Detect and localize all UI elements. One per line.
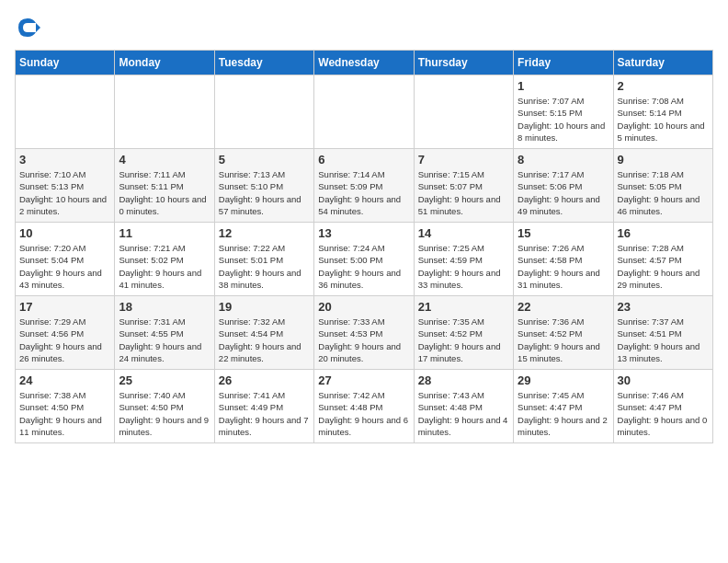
day-info: Sunrise: 7:13 AM Sunset: 5:10 PM Dayligh… bbox=[219, 168, 310, 217]
day-number: 22 bbox=[518, 300, 609, 314]
day-number: 21 bbox=[418, 300, 509, 314]
day-cell: 26Sunrise: 7:41 AM Sunset: 4:49 PM Dayli… bbox=[214, 370, 313, 443]
day-number: 6 bbox=[318, 153, 409, 167]
day-info: Sunrise: 7:35 AM Sunset: 4:52 PM Dayligh… bbox=[418, 316, 509, 364]
day-cell: 18Sunrise: 7:31 AM Sunset: 4:55 PM Dayli… bbox=[115, 296, 214, 370]
day-cell: 8Sunrise: 7:17 AM Sunset: 5:06 PM Daylig… bbox=[514, 149, 613, 223]
day-info: Sunrise: 7:42 AM Sunset: 4:48 PM Dayligh… bbox=[318, 389, 409, 438]
day-info: Sunrise: 7:08 AM Sunset: 5:14 PM Dayligh… bbox=[618, 95, 709, 144]
day-info: Sunrise: 7:36 AM Sunset: 4:52 PM Dayligh… bbox=[518, 316, 609, 364]
day-number: 16 bbox=[618, 226, 709, 240]
day-cell: 10Sunrise: 7:20 AM Sunset: 5:04 PM Dayli… bbox=[16, 223, 115, 296]
day-info: Sunrise: 7:21 AM Sunset: 5:02 PM Dayligh… bbox=[119, 242, 210, 291]
day-cell: 20Sunrise: 7:33 AM Sunset: 4:53 PM Dayli… bbox=[314, 296, 414, 370]
day-cell: 7Sunrise: 7:15 AM Sunset: 5:07 PM Daylig… bbox=[414, 149, 513, 223]
day-header-tuesday: Tuesday bbox=[214, 51, 313, 75]
day-header-monday: Monday bbox=[115, 51, 214, 75]
days-header-row: SundayMondayTuesdayWednesdayThursdayFrid… bbox=[16, 51, 713, 75]
day-number: 10 bbox=[19, 226, 110, 240]
day-cell: 5Sunrise: 7:13 AM Sunset: 5:10 PM Daylig… bbox=[214, 149, 313, 223]
day-number: 3 bbox=[19, 153, 110, 167]
day-info: Sunrise: 7:46 AM Sunset: 4:47 PM Dayligh… bbox=[618, 389, 709, 438]
day-info: Sunrise: 7:25 AM Sunset: 4:59 PM Dayligh… bbox=[418, 242, 509, 291]
day-cell: 29Sunrise: 7:45 AM Sunset: 4:47 PM Dayli… bbox=[514, 370, 613, 443]
day-cell: 24Sunrise: 7:38 AM Sunset: 4:50 PM Dayli… bbox=[16, 370, 115, 443]
day-cell: 15Sunrise: 7:26 AM Sunset: 4:58 PM Dayli… bbox=[514, 223, 613, 296]
day-number: 13 bbox=[318, 226, 409, 240]
day-number: 8 bbox=[518, 153, 609, 167]
day-number: 12 bbox=[219, 226, 310, 240]
day-cell: 17Sunrise: 7:29 AM Sunset: 4:56 PM Dayli… bbox=[16, 296, 115, 370]
week-row-2: 3Sunrise: 7:10 AM Sunset: 5:13 PM Daylig… bbox=[16, 149, 713, 223]
day-cell bbox=[214, 75, 313, 149]
day-number: 25 bbox=[119, 373, 210, 387]
day-info: Sunrise: 7:24 AM Sunset: 5:00 PM Dayligh… bbox=[318, 242, 409, 291]
logo bbox=[15, 15, 42, 40]
day-header-saturday: Saturday bbox=[613, 51, 712, 75]
day-number: 5 bbox=[219, 153, 310, 167]
day-number: 17 bbox=[19, 300, 110, 314]
day-cell: 23Sunrise: 7:37 AM Sunset: 4:51 PM Dayli… bbox=[613, 296, 712, 370]
week-row-5: 24Sunrise: 7:38 AM Sunset: 4:50 PM Dayli… bbox=[16, 370, 713, 443]
day-cell bbox=[115, 75, 214, 149]
day-header-wednesday: Wednesday bbox=[314, 51, 414, 75]
day-info: Sunrise: 7:32 AM Sunset: 4:54 PM Dayligh… bbox=[219, 316, 310, 364]
day-number: 23 bbox=[618, 300, 709, 314]
day-number: 9 bbox=[618, 153, 709, 167]
day-info: Sunrise: 7:14 AM Sunset: 5:09 PM Dayligh… bbox=[318, 168, 409, 217]
day-cell: 30Sunrise: 7:46 AM Sunset: 4:47 PM Dayli… bbox=[613, 370, 712, 443]
day-number: 11 bbox=[119, 226, 210, 240]
day-info: Sunrise: 7:33 AM Sunset: 4:53 PM Dayligh… bbox=[318, 316, 409, 364]
day-number: 7 bbox=[418, 153, 509, 167]
day-cell: 4Sunrise: 7:11 AM Sunset: 5:11 PM Daylig… bbox=[115, 149, 214, 223]
week-row-4: 17Sunrise: 7:29 AM Sunset: 4:56 PM Dayli… bbox=[16, 296, 713, 370]
day-cell: 22Sunrise: 7:36 AM Sunset: 4:52 PM Dayli… bbox=[514, 296, 613, 370]
day-cell: 13Sunrise: 7:24 AM Sunset: 5:00 PM Dayli… bbox=[314, 223, 414, 296]
day-info: Sunrise: 7:26 AM Sunset: 4:58 PM Dayligh… bbox=[518, 242, 609, 291]
day-info: Sunrise: 7:40 AM Sunset: 4:50 PM Dayligh… bbox=[119, 389, 210, 438]
day-cell: 12Sunrise: 7:22 AM Sunset: 5:01 PM Dayli… bbox=[214, 223, 313, 296]
day-cell: 3Sunrise: 7:10 AM Sunset: 5:13 PM Daylig… bbox=[16, 149, 115, 223]
day-number: 26 bbox=[219, 373, 310, 387]
day-number: 14 bbox=[418, 226, 509, 240]
day-info: Sunrise: 7:22 AM Sunset: 5:01 PM Dayligh… bbox=[219, 242, 310, 291]
day-cell: 16Sunrise: 7:28 AM Sunset: 4:57 PM Dayli… bbox=[613, 223, 712, 296]
day-cell bbox=[314, 75, 414, 149]
day-header-friday: Friday bbox=[514, 51, 613, 75]
day-cell: 27Sunrise: 7:42 AM Sunset: 4:48 PM Dayli… bbox=[314, 370, 414, 443]
day-info: Sunrise: 7:07 AM Sunset: 5:15 PM Dayligh… bbox=[518, 95, 609, 144]
day-info: Sunrise: 7:20 AM Sunset: 5:04 PM Dayligh… bbox=[19, 242, 110, 291]
day-cell bbox=[414, 75, 513, 149]
day-number: 15 bbox=[518, 226, 609, 240]
day-cell bbox=[16, 75, 115, 149]
week-row-1: 1Sunrise: 7:07 AM Sunset: 5:15 PM Daylig… bbox=[16, 75, 713, 149]
day-cell: 6Sunrise: 7:14 AM Sunset: 5:09 PM Daylig… bbox=[314, 149, 414, 223]
day-cell: 2Sunrise: 7:08 AM Sunset: 5:14 PM Daylig… bbox=[613, 75, 712, 149]
day-number: 30 bbox=[618, 373, 709, 387]
day-info: Sunrise: 7:41 AM Sunset: 4:49 PM Dayligh… bbox=[219, 389, 310, 438]
calendar-table: SundayMondayTuesdayWednesdayThursdayFrid… bbox=[15, 50, 713, 443]
logo-icon bbox=[15, 15, 40, 40]
day-info: Sunrise: 7:28 AM Sunset: 4:57 PM Dayligh… bbox=[618, 242, 709, 291]
day-cell: 25Sunrise: 7:40 AM Sunset: 4:50 PM Dayli… bbox=[115, 370, 214, 443]
day-cell: 21Sunrise: 7:35 AM Sunset: 4:52 PM Dayli… bbox=[414, 296, 513, 370]
day-info: Sunrise: 7:17 AM Sunset: 5:06 PM Dayligh… bbox=[518, 168, 609, 217]
day-header-thursday: Thursday bbox=[414, 51, 513, 75]
page-header bbox=[15, 15, 713, 40]
day-number: 28 bbox=[418, 373, 509, 387]
day-info: Sunrise: 7:15 AM Sunset: 5:07 PM Dayligh… bbox=[418, 168, 509, 217]
day-info: Sunrise: 7:18 AM Sunset: 5:05 PM Dayligh… bbox=[618, 168, 709, 217]
day-info: Sunrise: 7:38 AM Sunset: 4:50 PM Dayligh… bbox=[19, 389, 110, 438]
day-info: Sunrise: 7:45 AM Sunset: 4:47 PM Dayligh… bbox=[518, 389, 609, 438]
day-cell: 28Sunrise: 7:43 AM Sunset: 4:48 PM Dayli… bbox=[414, 370, 513, 443]
day-number: 1 bbox=[518, 79, 609, 93]
day-info: Sunrise: 7:37 AM Sunset: 4:51 PM Dayligh… bbox=[618, 316, 709, 364]
day-number: 24 bbox=[19, 373, 110, 387]
day-info: Sunrise: 7:11 AM Sunset: 5:11 PM Dayligh… bbox=[119, 168, 210, 217]
day-info: Sunrise: 7:10 AM Sunset: 5:13 PM Dayligh… bbox=[19, 168, 110, 217]
day-cell: 1Sunrise: 7:07 AM Sunset: 5:15 PM Daylig… bbox=[514, 75, 613, 149]
day-number: 18 bbox=[119, 300, 210, 314]
day-number: 19 bbox=[219, 300, 310, 314]
day-number: 4 bbox=[119, 153, 210, 167]
day-number: 2 bbox=[618, 79, 709, 93]
